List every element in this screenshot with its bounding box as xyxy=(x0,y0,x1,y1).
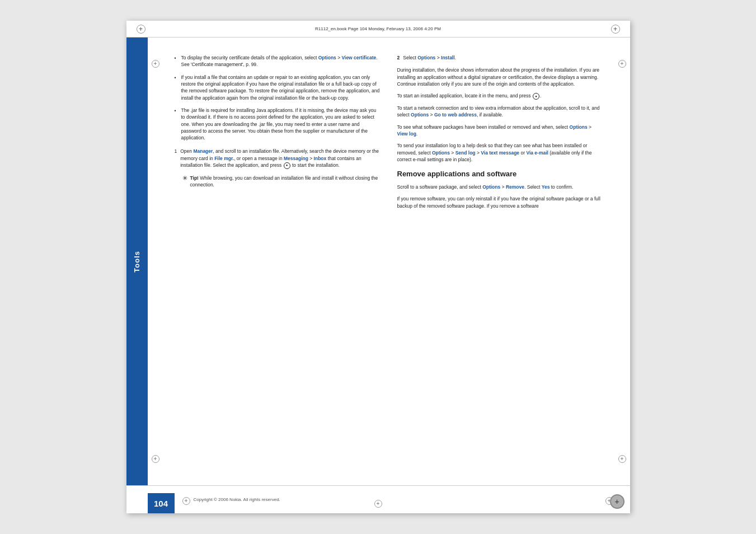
bullet-item-3: • The .jar file is required for installi… xyxy=(175,107,381,142)
bottom-bar: 104 Copyright © 2006 Nokia. All rights r… xyxy=(126,485,630,513)
link-options-6: Options xyxy=(482,184,500,190)
step-2-number: 2 xyxy=(397,54,400,61)
reg-mark-right-top xyxy=(618,60,626,68)
right-marks xyxy=(614,38,630,485)
tip-icon: ✳ xyxy=(182,174,187,189)
link-manager: Manager xyxy=(193,148,213,154)
link-options-4: Options xyxy=(570,124,588,130)
bullet-text-1: To display the security certificate deta… xyxy=(181,54,381,68)
bullet-item-2: • If you install a file that contains an… xyxy=(175,74,381,101)
corner-mark-plus: + xyxy=(614,498,619,505)
left-column: • To display the security certificate de… xyxy=(175,54,381,474)
content-area: Tools • To display the security certific… xyxy=(126,38,630,485)
tip-label: Tip! xyxy=(190,175,199,181)
step-2-text: Select Options > Install. xyxy=(403,54,456,61)
bottom-mark-center xyxy=(374,500,382,508)
bullet-item-1: • To display the security certificate de… xyxy=(175,54,381,68)
step-1-text: Open Manager, and scroll to an installat… xyxy=(180,148,380,168)
corner-mark-bottom-right: + xyxy=(610,494,624,509)
link-messaging: Messaging xyxy=(284,156,308,161)
page: R1112_en.book Page 104 Monday, February … xyxy=(126,21,630,513)
link-send-log: Send log xyxy=(456,150,476,156)
top-bar: R1112_en.book Page 104 Monday, February … xyxy=(126,21,630,38)
link-options-1: Options xyxy=(318,55,336,60)
reg-mark-top-right xyxy=(611,25,620,34)
right-column: 2 Select Options > Install. During insta… xyxy=(397,54,603,474)
side-tab: Tools xyxy=(126,38,148,485)
nav-circle-2: ● xyxy=(533,93,539,100)
tip-text: Tip! While browsing, you can download an… xyxy=(190,175,381,189)
link-via-text: Via text message xyxy=(481,150,519,156)
bottom-reg-left xyxy=(182,497,190,505)
link-options-3: Options xyxy=(411,112,429,118)
link-options-2: Options xyxy=(417,55,435,60)
link-install: Install xyxy=(441,55,455,60)
para-view-log: To see what software packages have been … xyxy=(397,124,603,138)
step-2: 2 Select Options > Install. xyxy=(397,54,603,61)
tip-box: ✳ Tip! While browsing, you can download … xyxy=(182,175,381,189)
copyright: Copyright © 2006 Nokia. All rights reser… xyxy=(194,497,280,502)
bottom-mark-left xyxy=(182,497,190,505)
left-marks xyxy=(148,38,163,485)
side-tab-label: Tools xyxy=(133,251,141,273)
link-go-to-web: Go to web address xyxy=(434,112,477,118)
reg-mark-right-bottom xyxy=(618,455,626,463)
bullet-dot-3: • xyxy=(175,107,178,142)
bullet-text-2: If you install a file that contains an u… xyxy=(181,74,381,101)
link-remove: Remove xyxy=(506,184,524,190)
link-inbox: Inbox xyxy=(314,156,327,161)
bullet-dot-2: • xyxy=(175,74,178,101)
step-2-body: During installation, the device shows in… xyxy=(397,67,603,87)
section-para-2: If you remove software, you can only rei… xyxy=(397,195,603,209)
para-network: To start a network connection and to vie… xyxy=(397,105,603,119)
main-content: • To display the security certificate de… xyxy=(163,38,614,485)
para-start-app: To start an installed application, locat… xyxy=(397,92,603,100)
bullet-dot-1: • xyxy=(175,55,178,68)
section-heading-remove: Remove applications and software xyxy=(397,170,603,179)
nav-circle-1: ● xyxy=(284,162,290,169)
reg-mark-top-left xyxy=(137,25,145,34)
bottom-reg-center xyxy=(374,500,382,508)
bullet-list: • To display the security certificate de… xyxy=(175,54,381,141)
link-view-log: View log xyxy=(397,131,416,137)
page-number: 104 xyxy=(148,493,175,513)
reg-mark-left-top xyxy=(152,60,159,68)
page-info: R1112_en.book Page 104 Monday, February … xyxy=(315,26,441,31)
bullet-text-3: The .jar file is required for installing… xyxy=(181,107,381,142)
para-send-log: To send your installation log to a help … xyxy=(397,142,603,163)
step-1: 1 Open Manager, and scroll to an install… xyxy=(175,148,381,168)
link-view-cert: View certificate xyxy=(342,55,377,60)
link-via-email: Via e-mail xyxy=(526,150,548,156)
reg-mark-left-bottom xyxy=(152,455,159,463)
step-1-number: 1 xyxy=(175,148,177,168)
link-options-5: Options xyxy=(432,150,450,156)
link-yes: Yes xyxy=(542,184,550,190)
link-file-mgr: File mgr. xyxy=(214,156,234,161)
section-para-1: Scroll to a software package, and select… xyxy=(397,184,603,190)
